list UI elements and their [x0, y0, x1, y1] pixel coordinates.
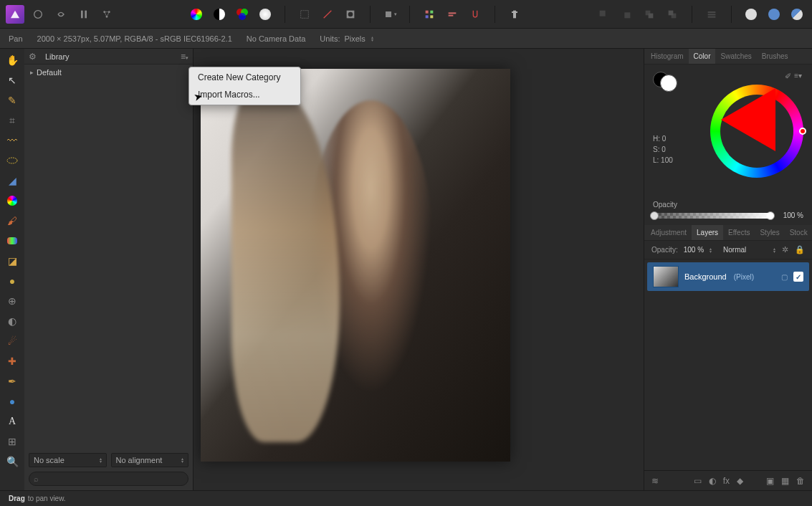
layer-lock-icon[interactable]: ▢	[781, 273, 788, 281]
contrast-icon[interactable]	[210, 5, 229, 24]
soft-proof-icon[interactable]	[256, 5, 274, 24]
flood-fill-tool-icon[interactable]: ◢	[3, 172, 22, 189]
persona-liquify-icon[interactable]	[52, 5, 70, 24]
mesh-tool-icon[interactable]: ⊞	[3, 433, 22, 450]
scale-select[interactable]: No scale ▴▾	[29, 453, 107, 467]
foreground-color-swatch[interactable]	[660, 75, 677, 92]
layer-visibility-checkbox[interactable]: ✓	[793, 272, 803, 282]
status-bar: Drag to pan view.	[0, 490, 812, 506]
rgb-circles-icon[interactable]	[233, 5, 252, 24]
paint-mixer-tool-icon[interactable]	[3, 232, 22, 249]
move-back-one-icon[interactable]	[640, 5, 659, 24]
eyedropper-icon[interactable]: ✐	[785, 72, 791, 82]
menu-item-create-category[interactable]: Create New Category	[189, 69, 300, 86]
mask-icon[interactable]: ▭	[694, 476, 702, 486]
zoom-tool-icon[interactable]: 🔍	[3, 453, 22, 470]
layer-fx-icon[interactable]: ✲	[782, 245, 788, 254]
color-menu-icon[interactable]: ≡▾	[794, 72, 802, 82]
persona-photo-icon[interactable]	[29, 5, 47, 24]
canvas-area[interactable]	[194, 49, 644, 490]
text-tool-icon[interactable]: A	[3, 413, 22, 430]
lock-icon[interactable]: 🔒	[795, 245, 805, 254]
color-wheel[interactable]	[710, 85, 803, 178]
document-canvas[interactable]	[201, 69, 510, 462]
dodge-tool-icon[interactable]: ◐	[3, 312, 22, 330]
library-category-item[interactable]: ▸ Default	[30, 67, 187, 78]
smudge-tool-icon[interactable]: ☄	[3, 333, 22, 350]
color-picker-tool-icon[interactable]: ✎	[3, 92, 22, 109]
sponge-tool-icon[interactable]: ●	[3, 272, 22, 290]
quick-mask-icon[interactable]	[341, 5, 360, 24]
arrange-icon[interactable]	[420, 5, 439, 24]
tab-adjustment[interactable]: Adjustment	[646, 225, 692, 240]
crop-vignette-icon[interactable]: ◆	[737, 476, 743, 486]
adjustment-layer-icon[interactable]: ◐	[709, 476, 716, 486]
color-wheel-icon[interactable]	[187, 5, 206, 24]
tab-swatches[interactable]: Swatches	[715, 49, 756, 64]
layer-opacity-label: Opacity:	[651, 246, 678, 254]
disclosure-triangle-icon[interactable]: ▸	[30, 69, 34, 76]
app-logo-icon	[6, 5, 24, 24]
alignment-select[interactable]: No alignment ▴▾	[111, 453, 189, 467]
crop-tool-icon[interactable]: ▾	[381, 5, 399, 24]
paint-brush-tool-icon[interactable]: 🖌	[3, 212, 22, 229]
stack-icon[interactable]	[702, 5, 721, 24]
search-field[interactable]	[42, 474, 183, 483]
panel-menu-icon[interactable]: ≡▾	[181, 52, 188, 62]
add-layer-icon[interactable]: ▦	[781, 476, 789, 486]
align-icon[interactable]	[443, 5, 462, 24]
persona-export-icon[interactable]	[97, 5, 116, 24]
shape-tool-icon[interactable]: ●	[3, 393, 22, 410]
tab-histogram[interactable]: Histogram	[646, 49, 689, 64]
add-circle-icon[interactable]	[742, 5, 760, 24]
hue-handle[interactable]	[799, 128, 806, 135]
layer-opacity-value[interactable]: 100 %	[684, 246, 704, 254]
marquee-tool-icon[interactable]	[3, 152, 22, 169]
group-icon[interactable]: ▣	[766, 476, 774, 486]
tab-layers[interactable]: Layers	[692, 225, 723, 240]
dropdown-arrows-icon[interactable]: ▴▾	[710, 247, 712, 253]
selection-brush-tool-icon[interactable]: 〰	[3, 132, 22, 149]
intersect-circle-icon[interactable]	[788, 5, 806, 24]
tab-color[interactable]: Color	[689, 49, 716, 64]
erase-tool-icon[interactable]: ◪	[3, 252, 22, 269]
pan-tool-icon[interactable]: ✋	[3, 52, 22, 69]
selection-diagonal-icon[interactable]	[318, 5, 337, 24]
foreground-background-swatches[interactable]	[653, 72, 677, 92]
tab-effects[interactable]: Effects	[723, 225, 755, 240]
slider-thumb-end[interactable]	[766, 211, 775, 220]
blend-mode-select[interactable]: Normal	[723, 246, 746, 254]
selection-marquee-icon[interactable]	[295, 5, 314, 24]
clone-tool-icon[interactable]: ⊕	[3, 292, 22, 310]
pen-tool-icon[interactable]: ✒	[3, 373, 22, 390]
dropdown-arrows-icon[interactable]: ▴▾	[773, 247, 775, 253]
tab-styles[interactable]: Styles	[755, 225, 784, 240]
move-forward-icon[interactable]	[617, 5, 636, 24]
library-search-input[interactable]: ⌕	[29, 472, 188, 486]
move-tool-icon[interactable]: ↖	[3, 72, 22, 89]
gear-icon[interactable]: ⚙	[29, 52, 37, 62]
menu-item-import-macros[interactable]: Import Macros...	[189, 86, 300, 103]
units-dropdown[interactable]: Units: Pixels ▴▾	[320, 34, 373, 43]
tab-stock[interactable]: Stock	[785, 225, 812, 240]
snapping-icon[interactable]	[466, 5, 484, 24]
move-back-icon[interactable]	[594, 5, 613, 24]
svg-line-7	[323, 10, 331, 18]
delete-layer-icon[interactable]: 🗑	[796, 476, 805, 486]
layer-item[interactable]: Background (Pixel) ▢ ✓	[647, 262, 809, 291]
healing-tool-icon[interactable]: ✚	[3, 353, 22, 370]
color-triangle[interactable]	[721, 88, 803, 167]
subtract-circle-icon[interactable]	[765, 5, 783, 24]
slider-thumb-start[interactable]	[650, 211, 659, 220]
persona-develop-icon[interactable]	[75, 5, 93, 24]
svg-point-9	[348, 11, 353, 16]
tab-brushes[interactable]: Brushes	[757, 49, 793, 64]
blend-ranges-icon[interactable]: ≋	[651, 476, 659, 486]
move-front-one-icon[interactable]	[663, 5, 682, 24]
fx-icon[interactable]: fx	[723, 476, 730, 486]
opacity-slider[interactable]	[653, 213, 772, 219]
layer-thumbnail[interactable]	[653, 266, 679, 287]
crop-tool-icon[interactable]: ⌗	[3, 112, 22, 129]
gradient-tool-icon[interactable]	[3, 192, 22, 209]
assistant-icon[interactable]	[505, 5, 524, 24]
